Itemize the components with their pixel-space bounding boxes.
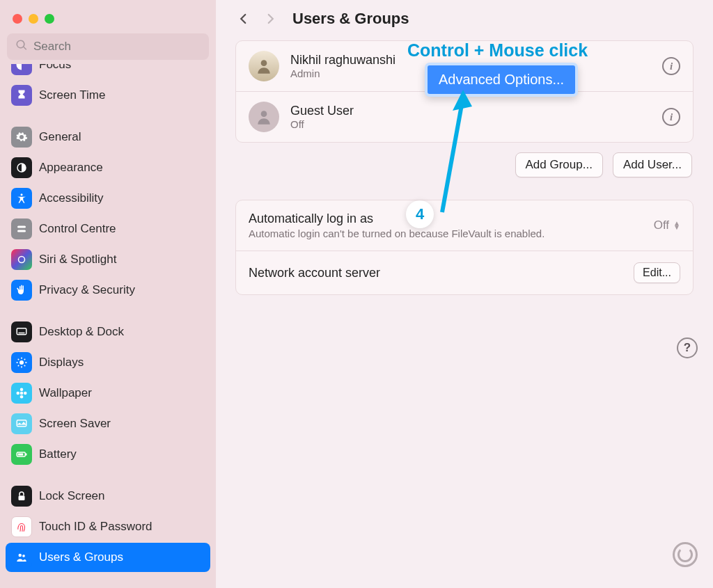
control-centre-icon [11, 218, 32, 239]
setting-title: Network account server [249, 266, 380, 280]
setting-subtitle: Automatic login can't be turned on becau… [249, 228, 544, 239]
sidebar-item-screen-saver[interactable]: Screen Saver [6, 409, 210, 438]
sidebar-item-siri-spotlight[interactable]: Siri & Spotlight [6, 245, 210, 274]
auto-login-value: Off [654, 218, 669, 232]
page-title: Users & Groups [292, 10, 409, 28]
sun-icon [11, 352, 32, 373]
flower-icon [11, 383, 32, 404]
user-role: Off [290, 118, 354, 130]
sidebar-item-label: Displays [39, 356, 84, 370]
search-input[interactable] [33, 40, 201, 54]
sidebar-item-battery[interactable]: Battery [6, 440, 210, 469]
svg-point-11 [17, 392, 20, 395]
sidebar-item-label: Desktop & Dock [39, 325, 124, 339]
svg-point-21 [261, 111, 267, 117]
chevron-updown-icon: ▲▼ [673, 221, 680, 230]
sidebar-item-label: Privacy & Security [39, 283, 135, 297]
sidebar-item-label: Appearance [39, 161, 103, 175]
setting-auto-login: Automatically log in as Automatic login … [236, 200, 693, 251]
sidebar-item-label: Accessibility [39, 191, 104, 205]
svg-point-12 [24, 392, 27, 395]
user-name: Nikhil raghuwanshi [290, 53, 395, 67]
avatar [249, 102, 279, 132]
sidebar-item-users-groups[interactable]: Users & Groups [6, 543, 210, 572]
auto-login-selector[interactable]: Off ▲▼ [654, 218, 680, 232]
user-row[interactable]: Guest User Off i [236, 91, 693, 142]
sidebar-item-label: General [39, 130, 81, 144]
sidebar-item-appearance[interactable]: Appearance [6, 153, 210, 182]
help-button[interactable]: ? [677, 337, 698, 358]
search-icon [15, 39, 28, 54]
sidebar-item-focus[interactable]: Focus [6, 64, 210, 79]
svg-point-10 [20, 395, 24, 399]
svg-rect-2 [17, 226, 26, 228]
sidebar-item-label: Screen Time [39, 88, 105, 102]
accessibility-icon [11, 188, 32, 209]
screensaver-icon [11, 413, 32, 434]
setting-network-account-server: Network account server Edit... [236, 251, 693, 294]
appearance-icon [11, 157, 32, 178]
svg-rect-17 [19, 495, 25, 500]
annotation-hint: Control + Mouse click [407, 40, 588, 61]
search-field[interactable] [7, 33, 209, 60]
sidebar-item-label: Touch ID & Password [39, 520, 152, 534]
sidebar-item-label: Users & Groups [39, 550, 123, 564]
svg-rect-15 [26, 454, 27, 456]
sidebar-item-control-centre[interactable]: Control Centre [6, 214, 210, 244]
svg-point-18 [19, 554, 22, 557]
user-actions: Add Group... Add User... [237, 152, 692, 177]
edit-button[interactable]: Edit... [634, 262, 680, 283]
svg-point-19 [22, 555, 25, 557]
battery-icon [11, 444, 32, 465]
info-button[interactable]: i [662, 108, 680, 126]
add-user-button[interactable]: Add User... [613, 152, 692, 177]
fullscreen-icon[interactable] [45, 14, 54, 24]
minimize-icon[interactable] [29, 14, 38, 24]
sidebar-item-accessibility[interactable]: Accessibility [6, 184, 210, 213]
window-traffic-lights [0, 7, 216, 33]
svg-rect-3 [17, 230, 26, 232]
svg-point-4 [19, 257, 25, 263]
sidebar-item-privacy-security[interactable]: Privacy & Security [6, 276, 210, 305]
avatar [249, 51, 279, 81]
forward-button[interactable] [262, 10, 279, 27]
sidebar-item-label: Lock Screen [39, 489, 105, 503]
svg-rect-6 [19, 333, 25, 334]
sidebar-item-label: Screen Saver [39, 417, 111, 431]
setting-title: Automatically log in as [249, 212, 544, 226]
info-button[interactable]: i [662, 57, 680, 75]
sidebar-item-wallpaper[interactable]: Wallpaper [6, 379, 210, 408]
user-name: Guest User [290, 104, 354, 118]
svg-point-7 [19, 360, 24, 365]
sidebar-item-displays[interactable]: Displays [6, 348, 210, 377]
header: Users & Groups [235, 10, 694, 28]
sidebar-nav: Focus Screen Time General Appearance Acc… [0, 64, 216, 581]
sidebar-item-desktop-dock[interactable]: Desktop & Dock [6, 317, 210, 347]
hand-icon [11, 280, 32, 301]
main-panel: Users & Groups Nikhil raghuwanshi Admin … [216, 0, 713, 588]
sidebar-item-lock-screen[interactable]: Lock Screen [6, 482, 210, 511]
sidebar-item-label: Control Centre [39, 222, 116, 236]
sidebar-item-touch-id[interactable]: Touch ID & Password [6, 512, 210, 541]
annotation-step-badge: 4 [406, 200, 434, 228]
back-button[interactable] [235, 10, 252, 27]
sidebar-item-screen-time[interactable]: Screen Time [6, 81, 210, 110]
svg-rect-16 [18, 454, 24, 456]
svg-point-9 [20, 388, 24, 392]
sidebar-item-label: Wallpaper [39, 386, 92, 400]
sidebar-item-label: Battery [39, 447, 77, 461]
lock-icon [11, 486, 32, 507]
sidebar-item-general[interactable]: General [6, 122, 210, 152]
gear-icon [11, 127, 32, 148]
sidebar-item-label: Focus [39, 64, 71, 72]
advanced-options-menu-item[interactable]: Advanced Options... [425, 63, 578, 97]
svg-rect-5 [17, 328, 26, 335]
siri-icon [11, 249, 32, 270]
add-group-button[interactable]: Add Group... [515, 152, 603, 177]
close-icon[interactable] [13, 14, 22, 24]
sidebar: Focus Screen Time General Appearance Acc… [0, 0, 216, 588]
focus-icon [11, 64, 32, 75]
fingerprint-icon [11, 516, 32, 537]
dock-icon [11, 321, 32, 342]
watermark-icon [673, 542, 698, 567]
